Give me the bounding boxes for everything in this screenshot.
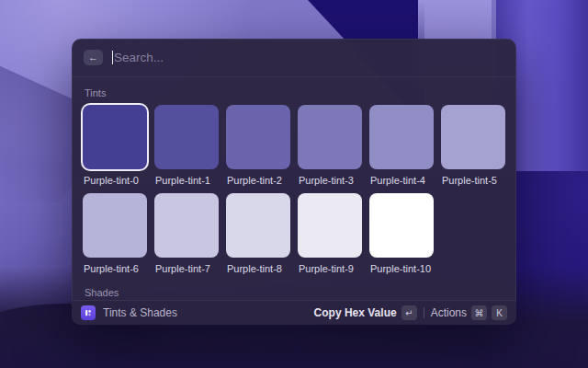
primary-action-button[interactable]: Copy Hex Value↵ <box>314 305 417 320</box>
swatch-cell: Purple-tint-8 <box>226 193 290 282</box>
results-list: TintsPurple-tint-0Purple-tint-1Purple-ti… <box>72 77 516 325</box>
color-swatch[interactable] <box>83 193 147 258</box>
swatch-label: Purple-tint-6 <box>84 263 147 274</box>
color-swatch[interactable] <box>154 105 219 169</box>
swatch-label: Purple-tint-8 <box>227 263 290 274</box>
section-title: Tints <box>85 87 503 98</box>
swatch-label: Purple-tint-2 <box>227 175 290 186</box>
swatch-label: Purple-tint-10 <box>370 263 434 274</box>
swatch-label: Purple-tint-3 <box>299 175 362 186</box>
swatch-label: Purple-tint-7 <box>155 263 219 274</box>
color-swatch[interactable] <box>369 105 434 169</box>
swatch-label: Purple-tint-0 <box>84 175 147 186</box>
action-label: Copy Hex Value <box>314 306 397 319</box>
swatch-label: Purple-tint-4 <box>370 175 434 186</box>
swatch-cell: Purple-tint-7 <box>154 193 219 282</box>
swatch-label: Purple-tint-5 <box>442 175 505 186</box>
swatch-cell: Purple-tint-2 <box>226 105 290 193</box>
color-swatch[interactable] <box>441 105 505 169</box>
swatch-cell: Purple-tint-0 <box>83 105 147 193</box>
text-caret <box>112 51 113 64</box>
swatch-cell: Purple-tint-4 <box>369 105 434 193</box>
swatch-cell: Purple-tint-6 <box>83 193 147 282</box>
footer-actions: Copy Hex Value↵Actions⌘K <box>314 305 507 320</box>
swatch-cell: Purple-tint-3 <box>298 105 362 193</box>
swatch-grid: Purple-tint-0Purple-tint-1Purple-tint-2P… <box>83 105 505 282</box>
color-swatch[interactable] <box>226 105 290 169</box>
search-placeholder: Search... <box>114 51 164 64</box>
color-swatch[interactable] <box>298 105 362 169</box>
actions-menu-button[interactable]: Actions⌘K <box>431 305 507 320</box>
tints-shades-app-icon <box>81 305 96 320</box>
status-bar: Tints & Shades Copy Hex Value↵Actions⌘K <box>72 300 516 325</box>
swatch-label: Purple-tint-1 <box>155 175 219 186</box>
color-swatch[interactable] <box>83 105 147 169</box>
section-title: Shades <box>85 287 503 298</box>
color-swatch[interactable] <box>369 193 434 258</box>
color-swatch[interactable] <box>154 193 219 258</box>
action-label: Actions <box>431 306 467 319</box>
color-swatch[interactable] <box>226 193 290 258</box>
keyboard-shortcut-badge: K <box>492 305 507 320</box>
search-input[interactable]: Search... <box>112 51 504 64</box>
swatch-cell: Purple-tint-10 <box>369 193 434 282</box>
back-button[interactable]: ← <box>84 50 103 65</box>
keyboard-shortcut-badge: ⌘ <box>471 305 487 320</box>
swatch-label: Purple-tint-9 <box>299 263 362 274</box>
keyboard-shortcut-badge: ↵ <box>401 305 417 320</box>
footer-divider <box>424 307 424 318</box>
command-palette-window: ← Search... TintsPurple-tint-0Purple-tin… <box>72 39 516 325</box>
swatch-cell: Purple-tint-5 <box>441 105 505 193</box>
swatch-cell: Purple-tint-9 <box>298 193 362 282</box>
swatch-cell: Purple-tint-1 <box>154 105 219 193</box>
color-swatch[interactable] <box>298 193 362 258</box>
search-bar: ← Search... <box>72 39 516 77</box>
extension-name: Tints & Shades <box>103 306 177 319</box>
